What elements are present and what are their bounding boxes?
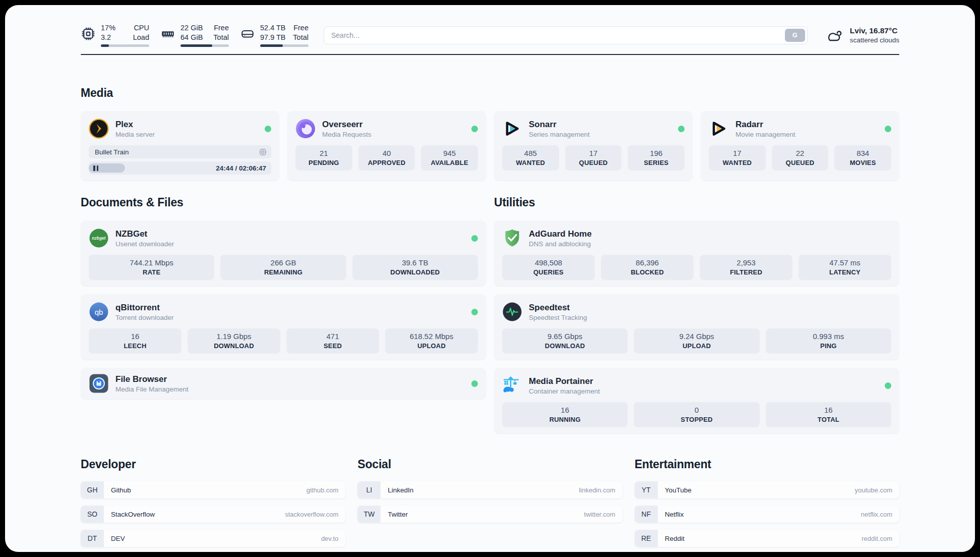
service-card-plex[interactable]: Plex Media server Bullet Train 24:44 / 0… [81,111,279,181]
stat-box: 945 AVAILABLE [421,145,478,171]
bookmark-group-developer: Developer GH Github github.com SO StackO… [81,458,345,547]
stat-label: DOWNLOAD [190,342,278,350]
cpu-label-2: Load [133,33,149,42]
stat-value: 22 [774,148,827,158]
memory-label-2: Total [213,33,229,42]
stat-box: 16 RUNNING [502,402,628,427]
service-card-radarr[interactable]: Radarr Movie management 17 WANTED 22 QUE… [701,111,899,181]
stat-value: 16 [768,405,889,415]
bookmark-name: LinkedIn [388,486,413,494]
stat-box: 196 SERIES [628,145,685,171]
stat-value: 2,953 [702,258,790,267]
stat-label: QUEUED [774,158,827,167]
stat-value: 945 [423,148,476,158]
service-card-sonarr[interactable]: Sonarr Series management 485 WANTED 17 Q… [494,111,693,181]
service-card-nzbget[interactable]: nzbget NZBGet Usenet downloader 744.21 M… [81,220,486,286]
bookmark-stackoverflow[interactable]: SO StackOverflow stackoverflow.com [81,506,345,523]
section-heading-utilities: Utilities [494,196,899,209]
weather-condition: scattered clouds [850,36,899,44]
stat-label: MOVIES [836,158,889,167]
stat-label: SEED [288,342,377,350]
stat-value: 0 [636,405,757,415]
stat-box: 618.52 Mbps UPLOAD [385,328,478,354]
stat-value: 1.19 Gbps [190,331,278,341]
bookmark-twitter[interactable]: TW Twitter twitter.com [357,506,622,523]
filebrowser-icon [89,373,109,394]
bookmark-name: YouTube [665,486,692,494]
bookmark-youtube[interactable]: YT YouTube youtube.com [635,481,899,498]
service-card-adguard[interactable]: AdGuard Home DNS and adblocking 498,508 … [494,220,899,286]
status-dot [885,126,891,132]
service-title: Radarr [736,119,795,130]
now-playing-row: Bullet Train [89,145,271,158]
bookmark-netflix[interactable]: NF Netflix netflix.com [635,506,899,523]
memory-total: 64 GiB [180,33,203,42]
service-title: Sonarr [529,119,590,130]
search-input[interactable] [324,26,808,44]
section-utilities: Utilities AdGuard Home [494,196,899,433]
qbittorrent-icon: qb [89,302,109,322]
stat-label: WANTED [504,158,557,167]
stat-value: 17 [711,148,764,158]
service-card-overseerr[interactable]: Overseerr Media Requests 21 PENDING 40 A… [287,111,486,181]
bookmark-abbr: SO [81,506,104,523]
bookmark-group-social: Social LI LinkedIn linkedin.com TW Twitt… [357,458,622,523]
bookmark-reddit[interactable]: RE Reddit reddit.com [635,530,899,547]
adguard-icon [502,228,522,248]
service-subtitle: Media Requests [322,130,372,139]
now-playing-title: Bullet Train [95,148,129,156]
stat-box: 47.57 ms LATENCY [799,255,891,280]
bookmark-name: StackOverflow [111,511,155,518]
status-dot [471,380,478,387]
service-card-portainer[interactable]: Media Portainer Container management 16 … [494,368,899,433]
stat-box: 0.993 ms PING [766,328,891,354]
bookmark-dev[interactable]: DT DEV dev.to [81,530,345,547]
status-dot [265,126,271,132]
search-container: G [324,26,808,44]
stat-label: DOWNLOAD [504,342,626,350]
stat-box: 266 GB REMAINING [220,255,346,280]
stat-box: 40 APPROVED [358,145,415,171]
service-title: Overseerr [322,119,372,130]
bookmark-name: Netflix [665,511,684,518]
status-dot [471,309,478,315]
plex-icon [89,119,109,139]
stat-label: SERIES [630,158,683,167]
stat-value: 266 GB [222,258,344,267]
stat-box: 16 LEECH [89,328,181,354]
service-title: Plex [115,119,155,130]
bookmark-linkedin[interactable]: LI LinkedIn linkedin.com [357,481,622,498]
section-media: Media Plex Media server Bullet Train [81,86,899,181]
stat-label: UPLOAD [636,342,757,350]
bookmark-name: Twitter [388,511,408,518]
bookmark-name: Github [111,486,131,494]
service-subtitle: Speedtest Tracking [529,313,587,322]
speedtest-icon [502,302,522,322]
service-card-speedtest[interactable]: Speedtest Speedtest Tracking 9.65 Gbps D… [494,294,899,360]
cpu-icon [81,26,96,41]
memory-label-1: Free [213,23,229,33]
status-dot [885,382,891,389]
stat-label: DOWNLOADED [354,268,476,276]
status-dot [678,126,685,132]
stat-box: 17 QUEUED [565,145,622,171]
bookmark-url: youtube.com [855,486,892,494]
playback-time: 24:44 / 02:06:47 [216,164,266,172]
service-title: Media Portainer [529,376,600,386]
bookmark-url: dev.to [321,535,338,542]
bookmark-url: netflix.com [861,511,892,518]
bookmark-abbr: TW [357,506,381,523]
service-card-filebrowser[interactable]: File Browser Media File Management [81,368,486,399]
search-provider-button[interactable]: G [785,29,805,42]
service-title: AdGuard Home [529,229,592,239]
disk-progress-fill [260,44,283,47]
stat-label: REMAINING [222,268,344,276]
service-card-qbittorrent[interactable]: qb qBittorrent Torrent downloader 16 LEE… [81,294,486,360]
service-subtitle: Usenet downloader [115,240,174,248]
service-subtitle: Series management [529,130,590,139]
stat-box: 485 WANTED [502,145,559,171]
bookmark-github[interactable]: GH Github github.com [81,481,345,498]
stat-value: 834 [836,148,889,158]
stat-value: 196 [630,148,683,158]
bookmark-url: github.com [307,486,339,494]
